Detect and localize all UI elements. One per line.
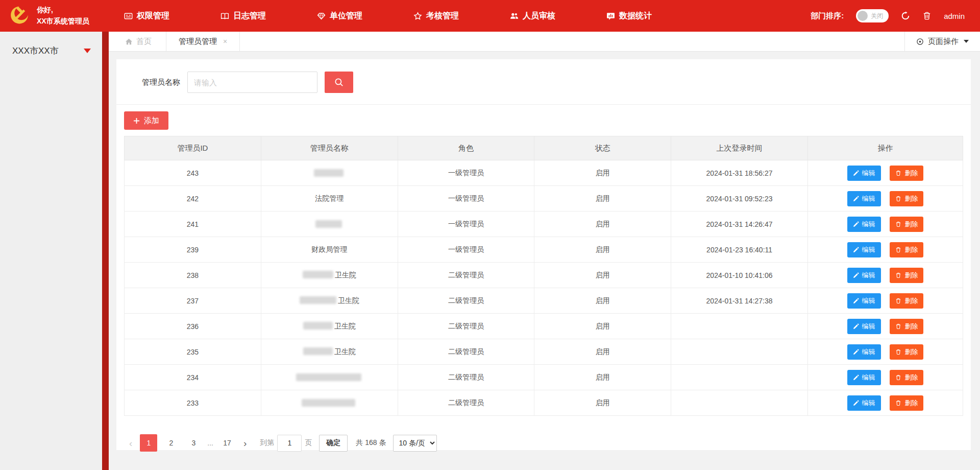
nav-item-personnel-review[interactable]: 人员审核 — [510, 11, 555, 21]
nav-item-statistics[interactable]: 数据统计 — [606, 11, 652, 21]
chevron-down-icon — [84, 49, 91, 53]
cell-last-login — [671, 365, 808, 390]
delete-button[interactable]: 删除 — [890, 370, 923, 385]
cell-admin-id: 239 — [125, 237, 261, 263]
username[interactable]: admin — [944, 12, 965, 20]
id-card-icon — [124, 12, 133, 20]
edit-button[interactable]: 编辑 — [847, 268, 881, 283]
cell-admin-name: 卫生院 — [261, 339, 398, 365]
search-label: 管理员名称 — [142, 78, 180, 87]
trash-icon — [895, 196, 901, 202]
redacted-text — [300, 296, 336, 304]
table-row: 242 法院管理 一级管理员 启用 2024-01-31 09:52:23 编辑… — [125, 186, 963, 212]
trash-button[interactable] — [922, 11, 932, 20]
edit-button[interactable]: 编辑 — [847, 293, 881, 309]
region-selector[interactable]: XXX市XX市 — [0, 32, 102, 57]
cell-status: 启用 — [534, 237, 671, 263]
add-button[interactable]: 添加 — [124, 111, 168, 130]
nav-item-units[interactable]: 单位管理 — [317, 11, 362, 21]
pencil-icon — [853, 374, 859, 381]
gem-icon — [317, 12, 326, 20]
edit-button[interactable]: 编辑 — [847, 344, 881, 360]
nav-label: 单位管理 — [330, 11, 362, 21]
cell-last-login: 2024-01-10 10:41:06 — [671, 263, 808, 288]
redacted-text — [314, 169, 344, 177]
redacted-text — [303, 271, 333, 278]
delete-button[interactable]: 删除 — [890, 191, 923, 206]
edit-button-label: 编辑 — [862, 347, 875, 357]
delete-button-label: 删除 — [904, 347, 918, 357]
dept-sort-toggle[interactable]: 关闭 — [856, 9, 889, 22]
cell-last-login — [671, 339, 808, 365]
delete-button[interactable]: 删除 — [890, 344, 923, 360]
cell-admin-id: 234 — [125, 365, 261, 390]
edit-button[interactable]: 编辑 — [847, 191, 881, 206]
page-button-1[interactable]: 1 — [140, 434, 157, 452]
toggle-knob-icon — [857, 11, 868, 21]
cell-admin-id: 241 — [125, 212, 261, 237]
sidebar: XXX市XX市 — [0, 32, 102, 470]
edit-button[interactable]: 编辑 — [847, 217, 881, 232]
edit-button-label: 编辑 — [862, 194, 875, 203]
party-emblem-icon — [8, 5, 31, 27]
topbar-right: 部门排序: 关闭 admin — [811, 9, 980, 22]
cell-status: 启用 — [534, 390, 671, 416]
goto-page-input[interactable] — [277, 435, 302, 452]
nav-item-logs[interactable]: 日志管理 — [220, 11, 266, 21]
main-nav: 权限管理 日志管理 单位管理 考核管理 人员审核 — [124, 11, 652, 21]
delete-button[interactable]: 删除 — [890, 268, 923, 283]
nav-item-permission[interactable]: 权限管理 — [124, 11, 169, 21]
trash-icon — [895, 221, 901, 227]
goto-page-label: 到第 — [260, 438, 274, 448]
cell-admin-name: 财政局管理 — [261, 237, 398, 263]
cell-admin-name: 卫生院 — [261, 314, 398, 339]
nav-item-assessment[interactable]: 考核管理 — [413, 11, 459, 21]
delete-button[interactable]: 删除 — [890, 293, 923, 309]
edit-button[interactable]: 编辑 — [847, 319, 881, 334]
delete-button-label: 删除 — [904, 373, 918, 382]
edit-button[interactable]: 编辑 — [847, 166, 881, 181]
pencil-icon — [853, 349, 859, 355]
cell-admin-id: 242 — [125, 186, 261, 212]
tab-home[interactable]: 首页 — [109, 32, 166, 51]
page-button-2[interactable]: 2 — [162, 434, 180, 452]
delete-button[interactable]: 删除 — [890, 217, 923, 232]
sidebar-divider — [102, 32, 109, 470]
delete-button[interactable]: 删除 — [890, 242, 923, 257]
cell-last-login — [671, 390, 808, 416]
nav-label: 考核管理 — [426, 11, 459, 21]
prev-page-button[interactable]: ‹ — [124, 438, 137, 448]
edit-button[interactable]: 编辑 — [847, 242, 881, 257]
edit-button-label: 编辑 — [862, 220, 875, 229]
table-row: 241 一级管理员 启用 2024-01-31 14:26:47 编辑 删除 — [125, 212, 963, 237]
edit-button[interactable]: 编辑 — [847, 370, 881, 385]
cell-actions: 编辑 删除 — [807, 339, 963, 365]
col-admin-id: 管理员ID — [125, 136, 261, 160]
edit-button-label: 编辑 — [862, 373, 875, 382]
search-icon — [334, 77, 344, 87]
next-page-button[interactable]: › — [238, 438, 252, 448]
cell-actions: 编辑 删除 — [807, 160, 963, 186]
search-button[interactable] — [325, 72, 353, 93]
cell-admin-id: 243 — [125, 160, 261, 186]
edit-button[interactable]: 编辑 — [847, 395, 881, 411]
redacted-text — [302, 399, 355, 407]
card: 管理员名称 添加 — [116, 59, 971, 450]
tab-admin-management[interactable]: 管理员管理 × — [166, 32, 240, 51]
redacted-text — [303, 322, 333, 330]
page-size-select[interactable]: 10 条/页 — [393, 435, 437, 452]
close-icon[interactable]: × — [223, 37, 227, 45]
page-button-17[interactable]: 17 — [218, 434, 236, 452]
page-actions-dropdown[interactable]: 页面操作 — [904, 32, 980, 51]
cell-actions: 编辑 删除 — [807, 186, 963, 212]
delete-button[interactable]: 删除 — [890, 319, 923, 334]
refresh-button[interactable] — [901, 11, 910, 20]
page-button-3[interactable]: 3 — [185, 434, 202, 452]
admin-name-input[interactable] — [187, 72, 317, 93]
brand: 你好, XX市系统管理员 — [0, 5, 105, 27]
cell-role: 二级管理员 — [398, 288, 534, 314]
confirm-page-button[interactable]: 确定 — [319, 435, 348, 452]
delete-button[interactable]: 删除 — [890, 166, 923, 181]
cell-status: 启用 — [534, 263, 671, 288]
delete-button[interactable]: 删除 — [890, 395, 923, 411]
